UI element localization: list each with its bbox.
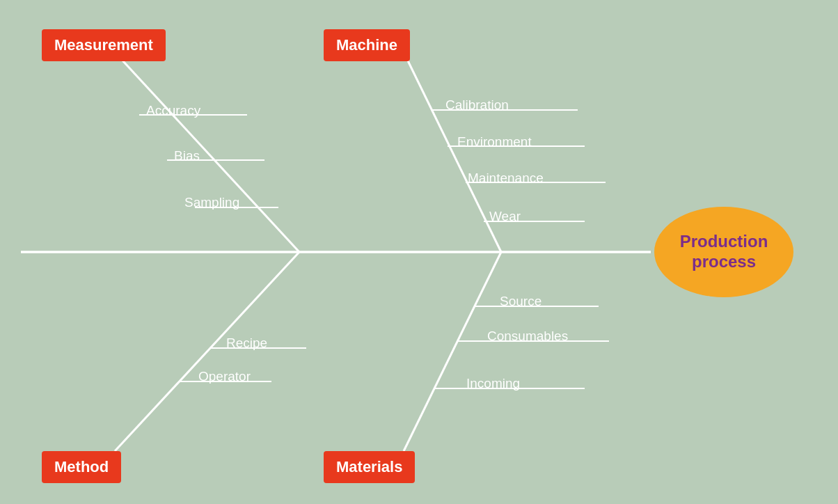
bias-label: Bias [174,148,200,164]
recipe-label: Recipe [226,336,267,351]
svg-line-32 [115,252,299,451]
production-process-ellipse: Production process [647,207,800,297]
materials-label: Materials [336,458,402,475]
incoming-label: Incoming [466,376,520,391]
consumables-label: Consumables [487,329,568,344]
sampling-label: Sampling [184,195,239,210]
svg-line-23 [216,115,235,149]
environment-label: Environment [457,134,532,150]
measurement-label: Measurement [54,36,153,54]
calibration-label: Calibration [445,97,509,113]
method-box: Method [42,451,121,483]
machine-box: Machine [324,29,410,61]
svg-line-21 [115,52,299,252]
machine-label: Machine [336,36,397,54]
materials-box: Materials [324,451,415,483]
maintenance-label: Maintenance [468,171,544,186]
measurement-box: Measurement [42,29,166,61]
operator-label: Operator [198,369,251,384]
svg-line-35 [404,252,501,451]
source-label: Source [500,294,541,309]
production-process-label: Production process [654,232,793,272]
method-label: Method [54,458,109,475]
accuracy-label: Accuracy [146,103,200,118]
wear-label: Wear [489,209,521,224]
